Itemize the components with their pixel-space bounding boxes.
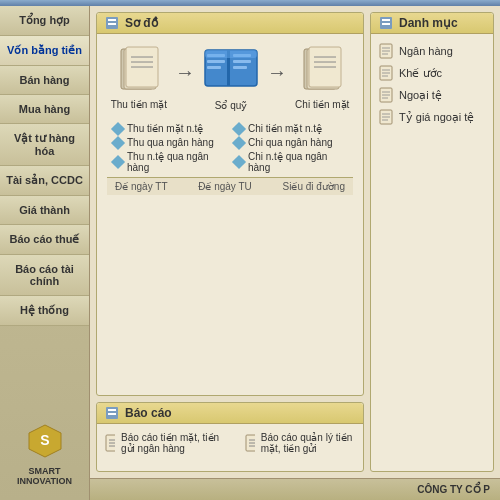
bao-cao-section: Báo cáo Báo cáo tiền mặt, tiền gử [96,402,364,472]
so-do-content: Thu tiền mặt → [97,34,363,205]
arrow-2: → [267,61,287,84]
sidebar-item-tong-hop[interactable]: Tổng hợp [0,6,89,36]
sidebar-item-vat-tu-hang-hoa[interactable]: Vật tư hàng hóa [0,124,89,166]
app-container: Tổng hợpVốn bằng tiềnBán hàngMua hàngVật… [0,0,500,500]
danh-muc-title: Danh mục [399,16,458,30]
feature-item-4: Chi tiền mặt n.tệ [234,123,347,134]
danh-muc-icon [379,16,393,30]
so-do-section: Sơ đồ [96,12,364,396]
so-do-title: Sơ đồ [125,16,158,30]
bao-cao-title: Báo cáo [125,406,172,420]
feature-item-1: Thu tiền mặt n.tệ [113,123,226,134]
sidebar-item-bao-cao-thue[interactable]: Báo cáo thuế [0,225,89,255]
danh-muc-item-ty-gia-ngoai-te[interactable]: Tỷ giá ngoại tệ [377,106,487,128]
chi-tien-mat-icon [301,45,343,95]
thu-tien-mat-icon [118,45,160,95]
flow-diagram: Thu tiền mặt → [107,44,353,111]
dm-doc-icon [379,87,393,103]
sidebar-item-von-bang-tien[interactable]: Vốn bằng tiền [0,36,89,66]
svg-rect-19 [205,50,257,58]
svg-rect-17 [233,60,251,63]
diamond-icon-1 [111,121,125,135]
dm-doc-icon [379,65,393,81]
content-top: Sơ đồ [90,6,500,478]
diamond-icon-4 [232,121,246,135]
bao-cao-item-1[interactable]: Báo cáo tiền mặt, tiền gửi ngân hàng [105,432,225,454]
diamond-icon-3 [111,155,125,169]
bao-cao-label-2: Báo cáo quản lý tiền mặt, tiền gửi [261,432,355,454]
danh-muc-item-khe-uoc[interactable]: Khế ước [377,62,487,84]
feature-item-6: Chi n.tệ qua ngân hàng [234,151,347,173]
svg-rect-4 [108,23,116,25]
arrow-1: → [175,61,195,84]
main-layout: Tổng hợpVốn bằng tiềnBán hàngMua hàngVật… [0,6,500,500]
svg-rect-39 [382,23,390,25]
svg-rect-3 [108,19,116,21]
danh-muc-content: Ngân hàng Khế ước Ngoại tệ Tỷ giá ngoại … [371,34,493,134]
logo-icon: S [25,421,65,461]
feature-item-3: Thu n.tệ qua ngân hàng [113,151,226,173]
so-do-icon [105,16,119,30]
logo-area: S SMART INNOVATION [8,415,81,492]
bao-cao-item-2[interactable]: Báo cáo quản lý tiền mặt, tiền gửi [245,432,355,454]
svg-rect-18 [233,66,247,69]
sidebar-item-bao-cao-tai-chinh[interactable]: Báo cáo tài chính [0,255,89,296]
dm-doc-icon [379,43,393,59]
so-quy-label: Sổ quỹ [215,100,248,111]
feature-list: Thu tiền mặt n.tệ Chi tiền mặt n.tệ Thu … [107,123,353,173]
flow-thu-tien-mat: Thu tiền mặt [111,45,167,110]
sidebar: Tổng hợpVốn bằng tiềnBán hàngMua hàngVật… [0,6,90,500]
svg-rect-15 [207,66,221,69]
svg-rect-28 [108,413,116,415]
svg-text:S: S [40,432,49,448]
danh-muc-panel: Danh mục Ngân hàng Khế ước Ngoại tệ [370,6,500,478]
thu-tien-mat-label: Thu tiền mặt [111,99,167,110]
danh-muc-item-ngan-hang[interactable]: Ngân hàng [377,40,487,62]
danh-muc-item-ngoai-te[interactable]: Ngoại tệ [377,84,487,106]
footer-left: Đế ngày TT [115,181,168,192]
doc-icon-2 [245,434,255,452]
svg-rect-27 [108,409,116,411]
sidebar-item-ban-hang[interactable]: Bán hàng [0,66,89,95]
danh-muc-header: Danh mục [371,13,493,34]
sidebar-bottom: S SMART INNOVATION [0,326,89,500]
danh-muc-section: Danh mục Ngân hàng Khế ước Ngoại tệ [370,12,494,472]
chi-tien-mat-label: Chi tiền mặt [295,99,349,110]
svg-rect-38 [382,19,390,21]
svg-rect-14 [207,60,225,63]
diamond-icon-6 [232,155,246,169]
content-area: Sơ đồ [90,6,500,500]
dm-doc-icon [379,109,393,125]
feature-item-2: Thu qua ngân hàng [113,137,226,148]
company-name: CÔNG TY CỔ P [417,484,490,495]
bao-cao-icon [105,406,119,420]
sidebar-item-tai-san-ccdc[interactable]: Tài sản, CCDC [0,166,89,196]
sidebar-item-he-thong[interactable]: Hệ thống [0,296,89,326]
flow-so-quy: Sổ quỹ [203,44,259,111]
footer-center: Đế ngày TU [198,181,252,192]
status-bar: CÔNG TY CỔ P [90,478,500,500]
so-do-header: Sơ đồ [97,13,363,34]
footer-right: Siếu đi đường [283,181,345,192]
so-quy-icon [203,44,259,96]
logo-text: SMART INNOVATION [8,466,81,486]
diamond-icon-5 [232,135,246,149]
feature-item-5: Chi qua ngân hàng [234,137,347,148]
flow-chi-tien-mat: Chi tiền mặt [295,45,349,110]
bao-cao-header: Báo cáo [97,403,363,424]
sidebar-item-gia-thanh[interactable]: Giá thành [0,196,89,225]
bao-cao-label-1: Báo cáo tiền mặt, tiền gửi ngân hàng [121,432,225,454]
sidebar-item-mua-hang[interactable]: Mua hàng [0,95,89,124]
diamond-icon-2 [111,135,125,149]
doc-icon-1 [105,434,115,452]
bao-cao-content: Báo cáo tiền mặt, tiền gửi ngân hàng Báo… [97,424,363,462]
main-panel: Sơ đồ [90,6,370,478]
footer-bar: Đế ngày TT Đế ngày TU Siếu đi đường [107,177,353,195]
